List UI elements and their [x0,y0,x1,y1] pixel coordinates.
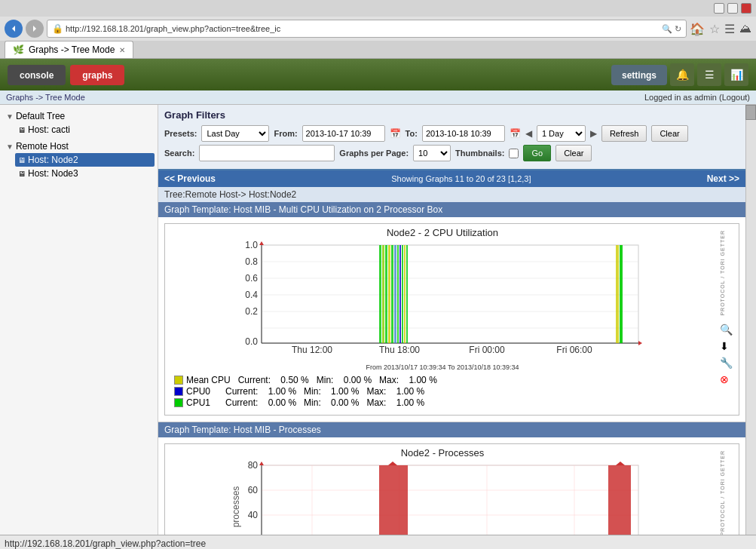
svg-marker-49 [259,462,264,465]
svg-text:1.0: 1.0 [245,241,258,250]
graph1-svg: 1.0 0.8 0.6 0.4 0.2 0.0 Thu 12:00 Thu 18… [231,241,653,362]
svg-text:Fri 00:00: Fri 00:00 [469,345,505,355]
svg-text:60: 60 [248,485,259,495]
svg-text:0.2: 0.2 [245,306,258,317]
graph1-title: Node2 - 2 CPU Utilization [168,227,717,238]
graph-filters-title: Graph Filters [164,109,739,121]
host-node2-icon: 🖥 [18,156,26,164]
search-label: Search: [164,149,194,158]
back-button[interactable] [5,20,23,38]
refresh-button[interactable]: Refresh [601,125,647,142]
sidebar-item-remote-host[interactable]: ▼ Remote Host [3,140,155,153]
svg-text:Thu 18:00: Thu 18:00 [379,345,420,355]
content-area: Graph Filters Presets: Last Day From: 📅 … [158,105,745,535]
menu-icon[interactable]: ☰ [724,22,735,36]
legend-row-cpu1: CPU1 Current: 0.00 % Min: 0.00 % Max: 1.… [174,397,711,408]
svg-text:processes: processes [231,486,241,528]
gpp-label: Graphs per Page: [339,149,409,158]
svg-rect-30 [397,245,399,343]
gpp-select[interactable]: 10 [413,145,451,161]
forward-button[interactable] [26,20,44,38]
svg-text:Fri 06:00: Fri 06:00 [556,345,592,355]
legend-row-cpu0: CPU0 Current: 1.00 % Min: 1.00 % Max: 1.… [174,386,711,397]
sidebar-item-host-cacti[interactable]: 🖥 Host: cacti [15,123,155,136]
svg-rect-29 [394,245,396,343]
from-date-input[interactable] [302,125,385,142]
console-tab[interactable]: console [8,65,66,85]
clear2-button[interactable]: Clear [556,145,592,161]
sidebar-item-host-node3[interactable]: 🖥 Host: Node3 [15,167,155,180]
login-info: Logged in as admin (Logout) [644,93,750,102]
svg-text:40: 40 [248,510,259,520]
list-icon-button[interactable]: ☰ [697,63,721,86]
svg-rect-28 [391,245,393,343]
thumbnails-checkbox[interactable] [509,149,519,158]
expand-icon-remote: ▼ [6,143,14,151]
svg-marker-55 [388,462,397,465]
settings-button[interactable]: settings [611,65,667,85]
mountain-icon[interactable]: ⛰ [739,22,751,35]
graph1-template-label: Graph Template: Host MIB - Multi CPU Uti… [164,204,442,215]
tab-favicon: 🌿 [13,44,24,55]
svg-rect-27 [388,245,390,343]
graph2-template-bar: Graph Template: Host MIB - Processes [158,422,745,437]
tab-close-button[interactable]: ✕ [119,46,125,54]
address-security-icon: 🔒 [52,23,63,34]
star-icon[interactable]: ☆ [709,22,720,36]
address-bar[interactable]: 🔒 http://192.168.18.201/graph_view.php?a… [47,20,687,38]
chart-icon-button[interactable]: 📊 [724,63,748,86]
download-icon[interactable]: ⬇ [720,340,733,352]
period-select[interactable]: 1 Day [537,125,586,142]
arrow-right-icon[interactable]: ▶ [590,128,597,139]
sidebar: ▼ Default Tree 🖥 Host: cacti ▼ Remote Ho… [0,105,158,535]
sidebar-item-default-tree[interactable]: ▼ Default Tree [3,109,155,123]
bell-icon-button[interactable]: 🔔 [670,63,694,86]
graph2-container: Node2 - Processes [158,437,745,535]
prev-button[interactable]: << Previous [164,173,216,184]
settings-icon[interactable]: 🔧 [720,357,733,369]
svg-rect-2 [262,245,638,343]
presets-select[interactable]: Last Day [201,125,269,142]
vertical-scrollbar[interactable] [745,105,756,535]
svg-rect-56 [608,465,631,535]
clear-button[interactable]: Clear [651,125,687,142]
delete-icon[interactable]: ⊗ [720,373,733,385]
to-calendar-icon[interactable]: 📅 [510,128,521,139]
search-input[interactable] [199,145,335,161]
to-date-input[interactable] [422,125,505,142]
svg-rect-32 [402,245,403,343]
graph1-legend: Mean CPU Current: 0.50 % Min: 0.00 % Max… [168,371,717,412]
browser-tab[interactable]: 🌿 Graphs -> Tree Mode ✕ [5,41,133,58]
host-node3-icon: 🖥 [18,170,26,178]
window-minimize-button[interactable] [714,3,724,14]
breadcrumb: Graphs -> Tree Mode [6,93,85,102]
graphs-tab[interactable]: graphs [70,65,124,85]
graph1-side-text: PROTOCOL / TORI GETTER [720,230,733,316]
zoom-icon[interactable]: 🔍 [720,324,733,336]
graph1-time-range: From 2013/10/17 10:39:34 To 2013/10/18 1… [168,363,717,371]
svg-rect-25 [382,245,384,343]
from-calendar-icon[interactable]: 📅 [390,128,401,139]
svg-text:80: 80 [248,462,259,471]
svg-rect-35 [616,245,619,343]
svg-text:0.0: 0.0 [245,336,258,347]
sidebar-item-host-node2[interactable]: 🖥 Host: Node2 [15,153,155,167]
go-button[interactable]: Go [523,145,551,161]
svg-marker-57 [616,462,625,465]
arrow-left-icon[interactable]: ◀ [525,128,532,139]
svg-rect-33 [404,245,406,343]
window-maximize-button[interactable] [727,3,738,14]
svg-rect-36 [620,245,623,343]
home-icon[interactable]: 🏠 [690,22,705,36]
next-button[interactable]: Next >> [707,173,739,184]
status-bar: http://192.168.18.201/graph_view.php?act… [0,535,756,549]
window-close-button[interactable] [741,3,751,14]
legend-color-meancpu [174,376,183,385]
svg-rect-26 [385,245,387,343]
legend-color-cpu1 [174,398,183,407]
address-refresh-icon[interactable]: ↻ [675,24,681,34]
expand-icon: ▼ [6,112,14,121]
svg-rect-37 [262,465,638,535]
graph2-side-text: PROTOCOL / TORI GETTER [720,450,733,535]
address-search-icon: 🔍 [662,24,672,34]
